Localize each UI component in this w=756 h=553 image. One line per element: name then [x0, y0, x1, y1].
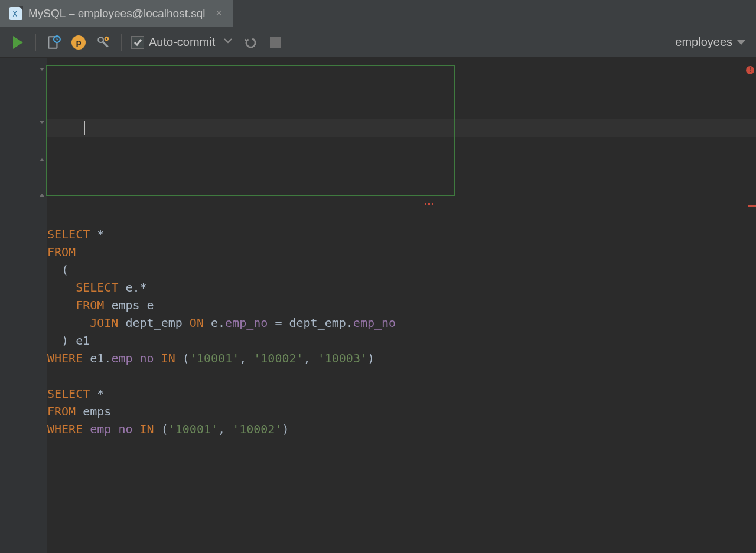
error-mark[interactable] [748, 205, 756, 207]
separator [35, 34, 36, 51]
toolbar: p Auto-commit employees [0, 27, 756, 58]
undo-icon [243, 35, 258, 50]
stop-button[interactable] [265, 32, 286, 53]
current-line-highlight [47, 119, 756, 137]
separator [121, 34, 122, 51]
stop-icon [270, 37, 281, 48]
schema-name: employees [675, 35, 732, 49]
auto-commit-label: Auto-commit [149, 35, 215, 49]
tab-bar: MySQL – employees@localhost.sql × [0, 0, 756, 27]
code-text: SELECT * FROM ( SELECT e.* FROM emps e J… [47, 225, 756, 438]
error-indicator-icon[interactable] [746, 66, 754, 74]
fold-handle[interactable] [38, 119, 46, 127]
fold-handle[interactable] [38, 155, 46, 163]
tab-title: MySQL – employees@localhost.sql [28, 7, 206, 20]
document-clock-icon [46, 35, 61, 50]
db-file-icon [9, 7, 22, 20]
tx-settings-button[interactable] [93, 32, 114, 53]
auto-commit-checkbox[interactable]: Auto-commit [129, 35, 236, 50]
editor[interactable]: SELECT * FROM ( SELECT e.* FROM emps e J… [0, 58, 756, 553]
explain-plan-button[interactable] [43, 32, 64, 53]
text-caret [84, 121, 85, 135]
schema-select[interactable]: employees [672, 35, 749, 49]
chevron-down-icon[interactable] [222, 35, 234, 50]
close-icon[interactable]: × [215, 9, 223, 18]
rollback-button[interactable] [240, 32, 261, 53]
p-icon: p [71, 35, 86, 50]
tab-file[interactable]: MySQL – employees@localhost.sql × [0, 0, 233, 27]
fold-handle[interactable] [38, 66, 46, 74]
svg-point-2 [98, 37, 103, 42]
play-icon [13, 36, 23, 49]
fold-handle[interactable] [38, 190, 46, 198]
caret-down-icon [737, 40, 745, 45]
wrench-gear-icon [96, 35, 111, 50]
gutter [0, 58, 47, 553]
run-button[interactable] [7, 32, 28, 53]
svg-point-3 [105, 37, 108, 40]
code-area[interactable]: SELECT * FROM ( SELECT e.* FROM emps e J… [47, 58, 756, 553]
output-pane-button[interactable]: p [68, 32, 89, 53]
checkbox-box [131, 36, 144, 49]
error-squiggle [425, 203, 433, 205]
